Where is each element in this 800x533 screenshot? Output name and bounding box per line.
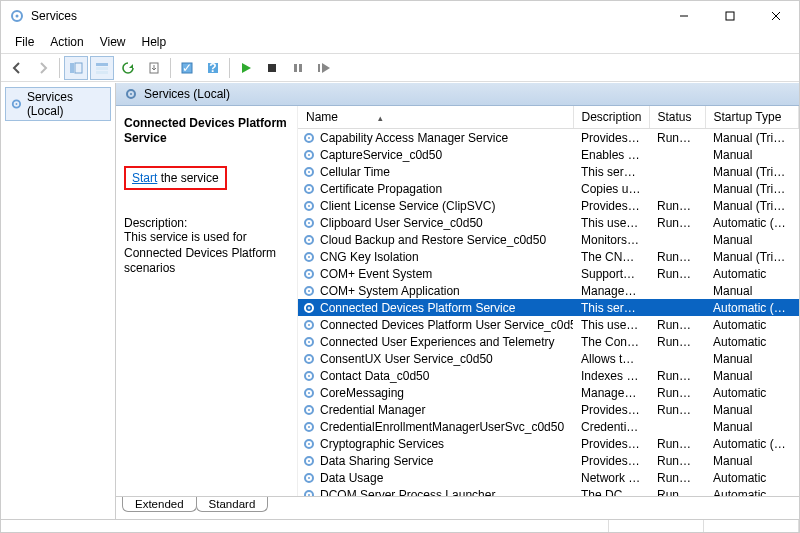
table-row[interactable]: Cellular TimeThis service …Manual (Trig… (298, 163, 799, 180)
gear-icon (302, 216, 316, 230)
menu-file[interactable]: File (7, 33, 42, 51)
service-name-cell: CoreMessaging (298, 384, 573, 401)
table-row[interactable]: Credential ManagerProvides se…RunningMan… (298, 401, 799, 418)
service-status-cell: Running (649, 316, 705, 333)
service-desc-cell: Provides da… (573, 452, 649, 469)
svg-point-35 (308, 222, 310, 224)
service-status-cell: Running (649, 197, 705, 214)
help-button[interactable]: ? (201, 56, 225, 80)
service-status-cell (649, 163, 705, 180)
stop-service-button[interactable] (260, 56, 284, 80)
forward-button[interactable] (31, 56, 55, 80)
service-desc-cell: Manages co… (573, 384, 649, 401)
close-button[interactable] (753, 1, 799, 31)
services-list[interactable]: Name▴ Description Status Startup Type Ca… (298, 106, 799, 496)
table-row[interactable]: Connected Devices Platform ServiceThis s… (298, 299, 799, 316)
svg-point-39 (308, 256, 310, 258)
service-startup-cell: Manual (Trig… (705, 163, 799, 180)
service-name-cell: Connected Devices Platform User Service_… (298, 316, 573, 333)
properties-button[interactable]: ✓ (175, 56, 199, 80)
svg-rect-9 (96, 67, 108, 70)
service-name-text: Capability Access Manager Service (320, 131, 508, 145)
selected-service-name: Connected Devices Platform Service (124, 116, 289, 146)
gear-icon (302, 318, 316, 332)
tab-standard[interactable]: Standard (196, 497, 269, 512)
table-row[interactable]: COM+ Event SystemSupports Sy…RunningAuto… (298, 265, 799, 282)
service-desc-cell: Indexes con… (573, 367, 649, 384)
service-desc-cell: Manages th… (573, 282, 649, 299)
service-desc-cell: Copies user … (573, 180, 649, 197)
tree-item-services-local[interactable]: Services (Local) (5, 87, 111, 121)
table-row[interactable]: Clipboard User Service_c0d50This user se… (298, 214, 799, 231)
tab-extended[interactable]: Extended (122, 497, 197, 512)
column-startup[interactable]: Startup Type (705, 106, 799, 129)
gear-icon (302, 369, 316, 383)
svg-rect-16 (268, 64, 276, 72)
service-name-text: Credential Manager (320, 403, 425, 417)
menu-bar: File Action View Help (1, 31, 799, 54)
table-row[interactable]: Capability Access Manager ServiceProvide… (298, 129, 799, 147)
tree-item-label: Services (Local) (27, 90, 106, 118)
menu-help[interactable]: Help (134, 33, 175, 51)
service-desc-cell: The CNG ke… (573, 248, 649, 265)
toolbar: ✓ ? (1, 54, 799, 82)
table-row[interactable]: Data Sharing ServiceProvides da…RunningM… (298, 452, 799, 469)
column-description[interactable]: Description (573, 106, 649, 129)
service-desc-cell: Provides thr… (573, 435, 649, 452)
service-name-cell: Connected User Experiences and Telemetry (298, 333, 573, 350)
status-cell (1, 520, 609, 533)
table-row[interactable]: Data UsageNetwork da…RunningAutomatic (298, 469, 799, 486)
table-row[interactable]: CredentialEnrollmentManagerUserSvc_c0d50… (298, 418, 799, 435)
table-row[interactable]: CNG Key IsolationThe CNG ke…RunningManua… (298, 248, 799, 265)
gear-icon (302, 131, 316, 145)
service-status-cell (649, 299, 705, 316)
menu-view[interactable]: View (92, 33, 134, 51)
svg-point-67 (308, 494, 310, 496)
menu-action[interactable]: Action (42, 33, 91, 51)
table-row[interactable]: CaptureService_c0d50Enables opti…Manual (298, 146, 799, 163)
table-row[interactable]: Client License Service (ClipSVC)Provides… (298, 197, 799, 214)
service-desc-cell: This user ser… (573, 214, 649, 231)
table-row[interactable]: DCOM Server Process LauncherThe DCOMIRun… (298, 486, 799, 496)
export-button[interactable] (142, 56, 166, 80)
table-row[interactable]: Cryptographic ServicesProvides thr…Runni… (298, 435, 799, 452)
service-name-cell: ConsentUX User Service_c0d50 (298, 350, 573, 367)
pane-header: Services (Local) (116, 83, 799, 106)
table-row[interactable]: Cloud Backup and Restore Service_c0d50Mo… (298, 231, 799, 248)
table-row[interactable]: COM+ System ApplicationManages th…Manual (298, 282, 799, 299)
gear-icon (302, 386, 316, 400)
minimize-button[interactable] (661, 1, 707, 31)
svg-point-21 (16, 103, 18, 105)
table-row[interactable]: Contact Data_c0d50Indexes con…RunningMan… (298, 367, 799, 384)
table-row[interactable]: CoreMessagingManages co…RunningAutomatic (298, 384, 799, 401)
start-service-link[interactable]: Start (132, 171, 157, 185)
column-name[interactable]: Name▴ (298, 106, 573, 129)
pause-service-button[interactable] (286, 56, 310, 80)
restart-service-button[interactable] (312, 56, 336, 80)
service-name-text: Clipboard User Service_c0d50 (320, 216, 483, 230)
svg-text:?: ? (209, 61, 216, 75)
table-row[interactable]: Certificate PropagationCopies user …Manu… (298, 180, 799, 197)
show-hide-tree-button[interactable] (64, 56, 88, 80)
table-row[interactable]: Connected Devices Platform User Service_… (298, 316, 799, 333)
gear-icon (302, 233, 316, 247)
service-desc-cell: The Connec… (573, 333, 649, 350)
service-startup-cell: Manual (Trig… (705, 248, 799, 265)
svg-point-45 (308, 307, 310, 309)
details-button[interactable] (90, 56, 114, 80)
back-button[interactable] (5, 56, 29, 80)
start-service-button[interactable] (234, 56, 258, 80)
table-row[interactable]: Connected User Experiences and Telemetry… (298, 333, 799, 350)
gear-icon (302, 250, 316, 264)
service-name-text: Connected Devices Platform Service (320, 301, 515, 315)
service-name-text: Contact Data_c0d50 (320, 369, 429, 383)
refresh-button[interactable] (116, 56, 140, 80)
column-status[interactable]: Status (649, 106, 705, 129)
svg-point-29 (308, 171, 310, 173)
table-row[interactable]: ConsentUX User Service_c0d50Allows the s… (298, 350, 799, 367)
service-name-cell: Contact Data_c0d50 (298, 367, 573, 384)
maximize-button[interactable] (707, 1, 753, 31)
service-name-cell: Cellular Time (298, 163, 573, 180)
service-startup-cell: Automatic (705, 486, 799, 496)
service-startup-cell: Automatic (705, 469, 799, 486)
